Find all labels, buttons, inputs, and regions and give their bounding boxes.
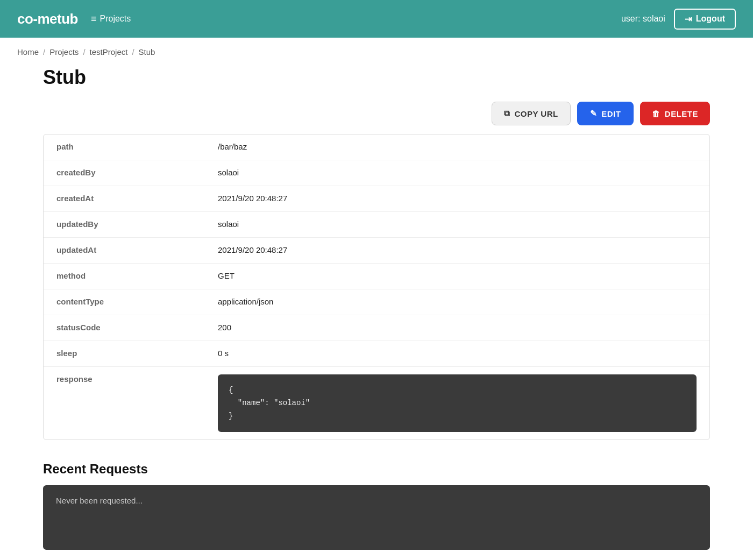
breadcrumb-projects[interactable]: Projects xyxy=(49,47,79,56)
breadcrumb-sep-3: / xyxy=(132,47,134,56)
user-label: user: solaoi xyxy=(621,14,665,24)
table-row: updatedAt 2021/9/20 20:48:27 xyxy=(44,238,709,264)
field-value-method: GET xyxy=(205,264,709,289)
field-value-path: /bar/baz xyxy=(205,134,709,160)
edit-label: EDIT xyxy=(601,109,621,118)
breadcrumb-stub: Stub xyxy=(139,47,155,56)
field-label-path: path xyxy=(44,134,205,160)
copy-url-icon: ⧉ xyxy=(504,109,510,118)
table-row: contentType application/json xyxy=(44,289,709,315)
logo: co-metub xyxy=(17,11,78,27)
page-title: Stub xyxy=(43,66,710,89)
table-row: createdAt 2021/9/20 20:48:27 xyxy=(44,186,709,212)
table-row: statusCode 200 xyxy=(44,315,709,341)
edit-icon: ✎ xyxy=(590,109,598,118)
logout-icon: ⇥ xyxy=(685,14,692,24)
field-value-createdby: solaoi xyxy=(205,160,709,186)
field-value-statuscode: 200 xyxy=(205,315,709,341)
table-row: path /bar/baz xyxy=(44,134,709,160)
field-value-createdat: 2021/9/20 20:48:27 xyxy=(205,186,709,211)
nav-projects-link[interactable]: ≡ Projects xyxy=(91,13,131,25)
delete-icon: 🗑 xyxy=(652,109,660,118)
field-label-method: method xyxy=(44,264,205,289)
header-right: user: solaoi ⇥ Logout xyxy=(621,9,736,30)
breadcrumb-test-project[interactable]: testProject xyxy=(90,47,128,56)
table-row: method GET xyxy=(44,264,709,289)
field-value-updatedat: 2021/9/20 20:48:27 xyxy=(205,238,709,263)
copy-url-label: COPY URL xyxy=(514,109,558,118)
field-value-sleep: 0 s xyxy=(205,341,709,366)
table-row: updatedBy solaoi xyxy=(44,212,709,238)
recent-requests-title: Recent Requests xyxy=(43,462,710,477)
recent-requests-empty: Never been requested... xyxy=(56,496,143,505)
nav-projects-label: Projects xyxy=(100,14,131,24)
field-label-sleep: sleep xyxy=(44,341,205,366)
field-label-createdby: createdBy xyxy=(44,160,205,186)
table-row: createdBy solaoi xyxy=(44,160,709,186)
field-value-updatedby: solaoi xyxy=(205,212,709,237)
edit-button[interactable]: ✎ EDIT xyxy=(577,102,634,125)
recent-requests-block: Never been requested... xyxy=(43,485,710,550)
field-label-response: response xyxy=(44,367,205,440)
breadcrumb: Home / Projects / testProject / Stub xyxy=(0,38,753,66)
response-code-block: { "name": "solaoi" } xyxy=(218,374,697,432)
field-label-createdat: createdAt xyxy=(44,186,205,211)
breadcrumb-sep-2: / xyxy=(83,47,85,56)
delete-button[interactable]: 🗑 DELETE xyxy=(640,102,710,125)
detail-table: path /bar/baz createdBy solaoi createdAt… xyxy=(43,134,710,440)
table-row-response: response { "name": "solaoi" } xyxy=(44,367,709,440)
field-label-contenttype: contentType xyxy=(44,289,205,315)
header-left: co-metub ≡ Projects xyxy=(17,11,131,27)
field-label-statuscode: statusCode xyxy=(44,315,205,341)
header: co-metub ≡ Projects user: solaoi ⇥ Logou… xyxy=(0,0,753,38)
field-label-updatedby: updatedBy xyxy=(44,212,205,237)
field-label-updatedat: updatedAt xyxy=(44,238,205,263)
logout-button[interactable]: ⇥ Logout xyxy=(674,9,736,30)
action-buttons: ⧉ COPY URL ✎ EDIT 🗑 DELETE xyxy=(43,102,710,125)
breadcrumb-home[interactable]: Home xyxy=(17,47,39,56)
hamburger-icon: ≡ xyxy=(91,13,97,25)
logout-label: Logout xyxy=(696,14,725,24)
breadcrumb-sep-1: / xyxy=(43,47,45,56)
field-value-response: { "name": "solaoi" } xyxy=(205,367,709,440)
field-value-contenttype: application/json xyxy=(205,289,709,315)
main-content: Stub ⧉ COPY URL ✎ EDIT 🗑 DELETE path /ba… xyxy=(0,66,753,560)
copy-url-button[interactable]: ⧉ COPY URL xyxy=(492,102,571,125)
table-row: sleep 0 s xyxy=(44,341,709,367)
delete-label: DELETE xyxy=(665,109,698,118)
